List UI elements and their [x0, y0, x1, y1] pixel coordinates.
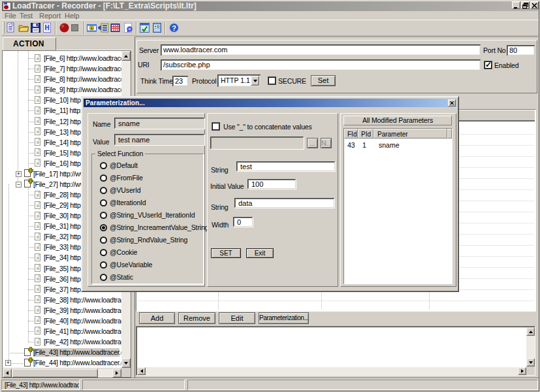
svg-text:?: ? — [172, 24, 176, 32]
svg-text:H: H — [44, 24, 49, 31]
